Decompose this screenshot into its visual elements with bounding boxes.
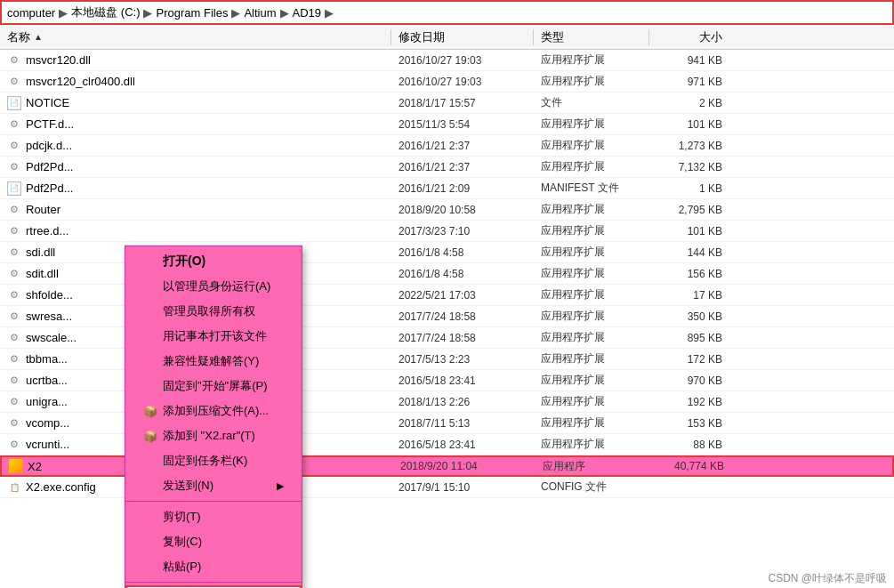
cell-date: 2018/1/17 15:57 [391, 97, 534, 109]
context-menu-item[interactable]: 管理员取得所有权 [125, 299, 302, 324]
cell-size: 1,273 KB [649, 140, 729, 152]
cell-size: 895 KB [649, 332, 729, 344]
cell-date: 2022/5/21 17:03 [391, 289, 534, 302]
context-menu-item[interactable]: 粘贴(P) [125, 554, 302, 579]
address-part-programfiles: Program Files [156, 6, 228, 20]
cell-type: 应用程序扩展 [534, 52, 649, 68]
empty-icon [143, 535, 157, 549]
table-row[interactable]: ⚙ msvcr120.dll 2016/10/27 19:03 应用程序扩展 9… [0, 50, 894, 71]
empty-icon [143, 279, 157, 294]
cell-name: ⚙ msvcr120.dll [0, 53, 391, 68]
cell-date: 2016/5/18 23:41 [391, 375, 534, 387]
file-name-label: vcrunti... [26, 438, 69, 451]
context-menu-item[interactable]: 以管理员身份运行(A) [125, 274, 302, 299]
table-row[interactable]: ⚙ rtree.d... 2017/3/23 7:10 应用程序扩展 101 K… [0, 221, 894, 242]
cell-name: ⚙ msvcr120_clr0400.dll [0, 75, 391, 89]
context-menu-item[interactable]: 固定到"开始"屏幕(P) [125, 374, 302, 399]
cell-date: 2018/9/20 11:04 [393, 460, 536, 472]
cell-size: 172 KB [649, 353, 729, 366]
cell-size: 17 KB [649, 289, 729, 302]
context-menu-item-label: 管理员取得所有权 [163, 303, 255, 319]
cell-type: 应用程序扩展 [534, 415, 649, 431]
cell-date: 2016/1/8 4:58 [391, 268, 534, 280]
context-menu-item[interactable]: 剪切(T) [125, 504, 302, 529]
file-name-label: unigra... [26, 395, 68, 408]
context-menu-item-label: 剪切(T) [163, 509, 201, 525]
dll-icon: ⚙ [7, 246, 21, 260]
col-header-name[interactable]: 名称 ▲ [0, 29, 391, 45]
context-menu-item[interactable]: 发送到(N)▶ [125, 473, 302, 498]
cell-size: 101 KB [649, 118, 729, 131]
cell-type: 应用程序扩展 [534, 223, 649, 238]
cell-type: 应用程序扩展 [534, 309, 649, 324]
exe-icon [9, 459, 23, 473]
file-icon: 📄 [7, 96, 21, 110]
address-bar[interactable]: computer ▶ 本地磁盘 (C:) ▶ Program Files ▶ A… [0, 0, 894, 25]
empty-icon [143, 329, 157, 343]
context-menu-item[interactable]: 用记事本打开该文件 [125, 324, 302, 349]
context-menu-item[interactable]: 固定到任务栏(K) [125, 448, 302, 473]
file-name-label: shfolde... [26, 288, 73, 302]
context-menu-item[interactable]: 打开(O) [125, 249, 302, 274]
cell-size: 970 KB [649, 375, 729, 387]
cell-type: 应用程序扩展 [534, 245, 649, 260]
file-name-label: vcomp... [26, 416, 69, 430]
cell-date: 2016/1/21 2:37 [391, 140, 534, 152]
dll-icon: ⚙ [7, 416, 21, 431]
table-row[interactable]: ⚙ Pdf2Pd... 2016/1/21 2:37 应用程序扩展 7,132 … [0, 157, 894, 178]
file-name-label: X2.exe.config [26, 480, 96, 494]
context-menu-item[interactable]: 📦添加到压缩文件(A)... [125, 399, 302, 423]
cell-type: 应用程序扩展 [534, 117, 649, 132]
table-row[interactable]: 📄 NOTICE 2018/1/17 15:57 文件 2 KB [0, 93, 894, 114]
file-name-label: swscale... [26, 331, 77, 344]
file-name-label: Router [26, 203, 60, 216]
empty-icon [143, 379, 157, 393]
dll-icon: ⚙ [7, 288, 21, 302]
cell-date: 2016/10/27 19:03 [391, 76, 534, 88]
dll-icon: ⚙ [7, 160, 21, 174]
cell-date: 2016/1/21 2:09 [391, 182, 534, 195]
cell-type: CONFIG 文件 [534, 479, 649, 495]
col-header-type[interactable]: 类型 [534, 29, 649, 45]
cell-date: 2018/9/20 10:58 [391, 204, 534, 216]
cell-date: 2018/1/13 2:26 [391, 396, 534, 408]
cell-date: 2017/7/24 18:58 [391, 332, 534, 344]
context-menu-item[interactable]: 📦添加到 "X2.rar"(T) [125, 423, 302, 448]
context-menu-separator [125, 582, 302, 583]
context-menu-item-label: 固定到任务栏(K) [163, 453, 247, 469]
dll-icon: ⚙ [7, 374, 21, 388]
cell-date: 2016/1/8 4:58 [391, 246, 534, 259]
context-menu-item-label: 添加到 "X2.rar"(T) [163, 428, 255, 444]
cell-size: 88 KB [649, 439, 729, 451]
table-row[interactable]: ⚙ pdcjk.d... 2016/1/21 2:37 应用程序扩展 1,273… [0, 135, 894, 157]
context-menu-item[interactable]: 兼容性疑难解答(Y) [125, 349, 302, 374]
cell-size: 40,774 KB [651, 460, 731, 472]
file-name-label: msvcr120_clr0400.dll [26, 75, 135, 88]
col-header-size[interactable]: 大小 [649, 29, 729, 45]
config-icon: 📋 [7, 480, 21, 495]
dll-icon: ⚙ [7, 53, 21, 68]
empty-icon [143, 354, 157, 368]
empty-icon [143, 479, 157, 493]
cell-date: 2016/10/27 19:03 [391, 54, 534, 67]
file-name-label: X2 [28, 460, 42, 473]
cell-size: 144 KB [649, 246, 729, 259]
table-row[interactable]: ⚙ PCTF.d... 2015/11/3 5:54 应用程序扩展 101 KB [0, 114, 894, 135]
table-row[interactable]: 📄 Pdf2Pd... 2016/1/21 2:09 MANIFEST 文件 1… [0, 178, 894, 199]
table-row[interactable]: ⚙ msvcr120_clr0400.dll 2016/10/27 19:03 … [0, 71, 894, 93]
file-icon: 📄 [7, 181, 21, 196]
dll-icon: ⚙ [7, 203, 21, 217]
cell-date: 2016/5/18 23:41 [391, 439, 534, 451]
cell-date: 2017/9/1 15:10 [391, 481, 534, 494]
address-part-altium: Altium [244, 6, 276, 20]
cell-name: 📄 Pdf2Pd... [0, 181, 391, 196]
context-menu: 打开(O)以管理员身份运行(A)管理员取得所有权用记事本打开该文件兼容性疑难解答… [125, 246, 302, 588]
cell-type: 应用程序扩展 [534, 330, 649, 345]
cell-size: 156 KB [649, 268, 729, 280]
cell-size: 7,132 KB [649, 161, 729, 173]
context-menu-item[interactable]: 复制(C) [125, 529, 302, 554]
table-row[interactable]: ⚙ Router 2018/9/20 10:58 应用程序扩展 2,795 KB [0, 199, 894, 221]
dll-icon: ⚙ [7, 438, 21, 452]
col-header-date[interactable]: 修改日期 [391, 29, 534, 45]
cell-type: 应用程序扩展 [534, 74, 649, 89]
